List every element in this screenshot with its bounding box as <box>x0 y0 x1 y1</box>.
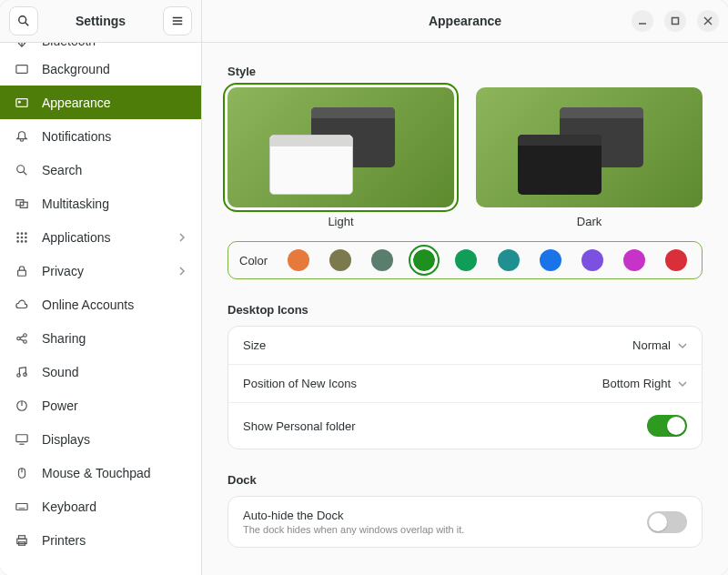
svg-rect-25 <box>18 270 26 276</box>
multitasking-icon <box>15 197 29 211</box>
printer-icon <box>15 533 29 548</box>
dark-preview <box>476 87 703 207</box>
svg-rect-39 <box>16 503 27 509</box>
color-swatch[interactable] <box>498 249 520 271</box>
svg-point-24 <box>25 240 27 243</box>
sidebar-item-label: Bluetooth <box>42 43 96 48</box>
color-swatch[interactable] <box>455 249 477 271</box>
color-picker-row: Color <box>228 241 703 279</box>
svg-line-1 <box>25 23 29 26</box>
sidebar-item-power[interactable]: Power <box>0 388 201 422</box>
autohide-sub: The dock hides when any windows overlap … <box>243 524 464 535</box>
svg-rect-10 <box>16 98 27 106</box>
color-swatch[interactable] <box>581 249 603 271</box>
close-button[interactable] <box>697 10 719 32</box>
svg-line-13 <box>24 171 27 175</box>
sidebar-item-label: Sharing <box>42 331 86 346</box>
size-label: Size <box>243 338 266 352</box>
sidebar-item-applications[interactable]: Applications <box>0 220 201 254</box>
svg-point-19 <box>16 236 19 238</box>
menu-button[interactable] <box>163 6 192 35</box>
color-swatch[interactable] <box>371 249 393 271</box>
minimize-icon <box>638 16 647 25</box>
sidebar-item-label: Multitasking <box>42 197 109 211</box>
lock-icon <box>15 264 29 278</box>
color-swatch[interactable] <box>413 249 435 271</box>
svg-point-23 <box>21 240 24 243</box>
sidebar-item-displays[interactable]: Displays <box>0 422 201 456</box>
color-swatch[interactable] <box>623 249 645 271</box>
sidebar-item-label: Printers <box>42 533 86 548</box>
sidebar-item-label: Privacy <box>42 264 84 278</box>
color-label: Color <box>239 254 268 267</box>
svg-point-11 <box>19 101 21 103</box>
search-button[interactable] <box>9 6 38 35</box>
position-value: Bottom Right <box>602 377 671 390</box>
chevron-right-icon <box>177 233 187 242</box>
sidebar-item-sharing[interactable]: Sharing <box>0 321 201 355</box>
search-icon <box>15 163 29 177</box>
position-row[interactable]: Position of New Icons Bottom Right <box>228 365 702 403</box>
svg-rect-9 <box>16 65 27 73</box>
sidebar-item-bluetooth[interactable]: Bluetooth <box>0 43 201 52</box>
sidebar-item-notifications[interactable]: Notifications <box>0 119 201 153</box>
personal-folder-switch[interactable] <box>647 415 687 437</box>
svg-line-30 <box>20 338 24 340</box>
style-dark-label: Dark <box>577 215 602 228</box>
sidebar-item-search[interactable]: Search <box>0 153 201 187</box>
maximize-button[interactable] <box>664 10 686 32</box>
svg-point-27 <box>24 333 27 337</box>
close-icon <box>703 16 713 25</box>
appearance-icon <box>15 96 29 110</box>
desktop-icons-title: Desktop Icons <box>228 303 703 317</box>
color-swatch[interactable] <box>665 249 687 271</box>
sidebar-item-mouse[interactable]: Mouse & Touchpad <box>0 456 201 489</box>
light-preview <box>228 87 454 207</box>
minimize-button[interactable] <box>632 10 653 32</box>
sidebar-item-multitasking[interactable]: Multitasking <box>0 187 201 220</box>
chevron-right-icon <box>177 267 187 276</box>
color-swatch[interactable] <box>540 249 561 271</box>
sidebar-item-label: Power <box>42 398 78 413</box>
autohide-switch[interactable] <box>647 511 687 533</box>
svg-point-16 <box>16 232 19 235</box>
chevron-down-icon <box>678 341 687 350</box>
chevron-down-icon <box>678 379 687 388</box>
svg-point-0 <box>19 16 26 24</box>
style-dark[interactable]: Dark <box>476 87 703 228</box>
sidebar-item-privacy[interactable]: Privacy <box>0 254 201 288</box>
sidebar-item-printers[interactable]: Printers <box>0 523 201 557</box>
sidebar: Bluetooth Background Appearance Notifica… <box>0 43 202 575</box>
svg-rect-35 <box>16 434 27 441</box>
svg-rect-42 <box>19 535 25 539</box>
sidebar-item-online-accounts[interactable]: Online Accounts <box>0 288 201 321</box>
svg-point-28 <box>24 339 27 343</box>
personal-folder-label: Show Personal folder <box>243 419 356 433</box>
svg-point-21 <box>25 236 27 238</box>
sidebar-item-label: Applications <box>42 230 111 245</box>
page-title: Appearance <box>429 14 501 28</box>
svg-point-26 <box>17 337 21 340</box>
sidebar-item-appearance[interactable]: Appearance <box>0 86 201 119</box>
color-swatch[interactable] <box>288 249 309 271</box>
svg-point-18 <box>25 232 27 235</box>
size-row[interactable]: Size Normal <box>228 327 702 365</box>
settings-title: Settings <box>46 14 156 28</box>
svg-point-17 <box>21 232 24 235</box>
style-light-label: Light <box>328 215 353 228</box>
sidebar-item-keyboard[interactable]: Keyboard <box>0 489 201 523</box>
dock-title: Dock <box>228 473 703 487</box>
svg-point-22 <box>16 240 19 243</box>
style-light[interactable]: Light <box>228 87 454 228</box>
mouse-icon <box>15 466 29 480</box>
sidebar-item-background[interactable]: Background <box>0 52 201 86</box>
sidebar-item-label: Appearance <box>42 96 111 110</box>
style-section-title: Style <box>228 65 703 78</box>
bluetooth-icon <box>15 43 29 48</box>
hamburger-icon <box>171 15 184 27</box>
sidebar-item-sound[interactable]: Sound <box>0 355 201 388</box>
svg-point-12 <box>17 165 25 172</box>
color-swatch[interactable] <box>329 249 351 271</box>
svg-point-31 <box>17 373 21 377</box>
size-value: Normal <box>632 338 671 352</box>
